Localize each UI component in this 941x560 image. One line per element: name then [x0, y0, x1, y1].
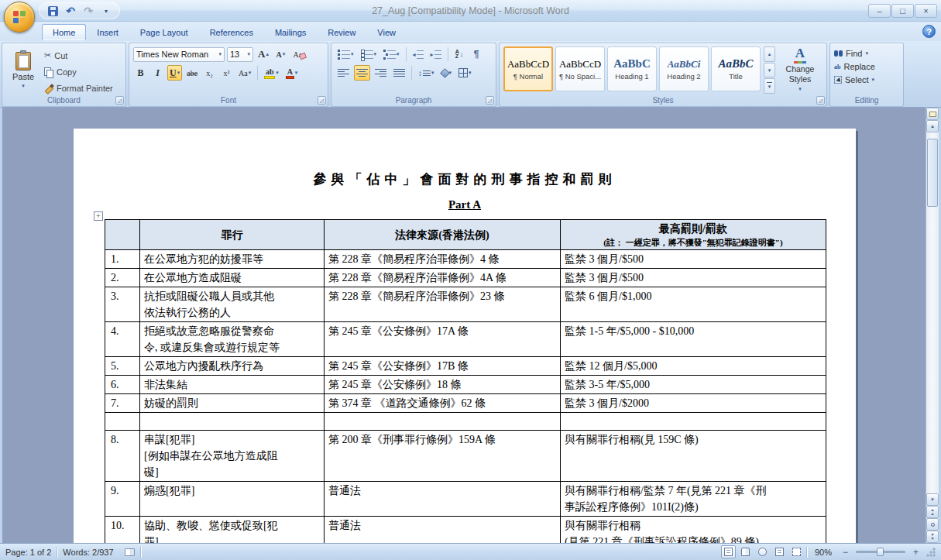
table-cell[interactable]: 6. — [105, 376, 140, 394]
find-button[interactable]: Find ▾ — [834, 49, 900, 58]
help-button[interactable]: ? — [922, 25, 936, 38]
table-cell[interactable]: 監禁 3 個月/$500 — [561, 269, 826, 287]
tab-review[interactable]: Review — [317, 24, 366, 40]
table-cell[interactable]: 第 374 章 《道路交通條例》62 條 — [325, 394, 561, 413]
font-family-combo[interactable]: Times New Roman ▾ — [133, 47, 225, 62]
superscript-button[interactable]: x² — [219, 65, 234, 81]
underline-button[interactable]: U ▾ — [167, 65, 182, 81]
draft-view-button[interactable] — [789, 545, 804, 558]
table-cell[interactable] — [561, 413, 826, 431]
header-source[interactable]: 法律來源(香港法例) — [325, 220, 561, 250]
align-right-button[interactable] — [373, 65, 389, 81]
table-cell[interactable]: 煽惑[犯罪] — [140, 482, 325, 517]
zoom-slider-thumb[interactable] — [877, 548, 884, 556]
tab-view[interactable]: View — [366, 24, 407, 40]
zoom-level-indicator[interactable]: 90% — [809, 548, 837, 557]
table-cell[interactable]: 3. — [105, 287, 140, 322]
format-painter-button[interactable]: Format Painter — [44, 81, 113, 94]
view-ruler-toggle-button[interactable] — [926, 108, 939, 120]
tab-page-layout[interactable]: Page Layout — [129, 24, 199, 40]
shrink-font-button[interactable]: A ▾ — [273, 46, 288, 62]
header-penalty[interactable]: 最高罰則/罰款 (註： 一經定罪，將不獲發"無犯罪記錄證明書") — [561, 220, 826, 250]
font-size-combo[interactable]: 13 ▾ — [227, 47, 253, 62]
office-button[interactable] — [4, 2, 35, 33]
increase-indent-button[interactable]: ▸ — [428, 46, 444, 62]
borders-button[interactable]: ▾ — [456, 65, 474, 81]
font-dialog-launcher[interactable]: ◿ — [318, 96, 326, 105]
decrease-indent-button[interactable]: ◂ — [410, 46, 426, 62]
align-left-button[interactable] — [335, 65, 352, 81]
replace-button[interactable]: ab Replace — [834, 62, 900, 71]
table-cell[interactable]: 第 228 章《簡易程序治罪條例》23 條 — [325, 287, 561, 322]
table-cell[interactable]: 串謀[犯罪] [例如串謀在公眾地方造成阻 礙] — [140, 431, 325, 482]
table-cell[interactable]: 監禁 6 個月/$1,000 — [561, 287, 826, 322]
style-heading-2[interactable]: AaBbCi Heading 2 — [659, 46, 709, 91]
table-cell[interactable]: 第 245 章《公安條例》17A 條 — [325, 322, 561, 357]
justify-button[interactable] — [391, 65, 407, 81]
clear-formatting-button[interactable]: Aa — [290, 46, 305, 62]
styles-gallery-up-button[interactable]: ▴ — [764, 46, 775, 62]
style-normal[interactable]: AaBbCcD ¶ Normal — [503, 46, 553, 91]
sort-button[interactable]: A Z ↓ — [452, 46, 467, 62]
bullets-button[interactable]: ▾ — [335, 46, 356, 62]
change-styles-button[interactable]: A Change Styles ▾ — [778, 46, 822, 94]
table-cell[interactable]: 4. — [105, 322, 140, 357]
text-highlight-button[interactable]: ab ▾ — [262, 65, 281, 81]
align-center-button[interactable] — [354, 65, 370, 81]
style-no-spacing[interactable]: AaBbCcD ¶ No Spaci... — [555, 46, 605, 91]
paragraph-dialog-launcher[interactable]: ◿ — [486, 96, 494, 105]
table-cell[interactable]: 普通法 — [325, 482, 561, 517]
table-cell[interactable]: 第 228 章《簡易程序治罪條例》4 條 — [325, 250, 561, 269]
scroll-up-button[interactable]: ▴ — [926, 120, 939, 132]
document-page[interactable]: 參與「佔中」會面對的刑事指控和罰則 Part A + 罪行 法律來源(香港法例)… — [74, 129, 856, 543]
table-cell[interactable] — [105, 413, 140, 431]
font-color-button[interactable]: A ▾ — [283, 65, 301, 81]
table-cell[interactable]: 公眾地方內擾亂秩序行為 — [140, 357, 325, 376]
strikethrough-button[interactable]: abe — [184, 65, 200, 81]
table-cell[interactable]: 7. — [105, 394, 140, 413]
table-cell[interactable]: 拒絕或故意忽略服從警察命 令, 或違反集會或遊行規定等 — [140, 322, 325, 357]
tab-mailings[interactable]: Mailings — [264, 24, 317, 40]
numbering-button[interactable]: ▾ — [359, 46, 379, 62]
copy-button[interactable]: Copy — [44, 65, 113, 78]
table-cell[interactable]: 在公眾地方犯的妨擾罪等 — [140, 250, 325, 269]
change-case-button[interactable]: Aa ▾ — [236, 65, 253, 81]
select-button[interactable]: Select ▾ — [834, 75, 900, 84]
table-cell[interactable]: 5. — [105, 357, 140, 376]
line-spacing-button[interactable]: ↕ ▾ — [416, 65, 437, 81]
paste-button[interactable]: Paste ▾ — [6, 46, 40, 94]
table-cell[interactable]: 監禁 3 個月/$500 — [561, 250, 826, 269]
zoom-out-button[interactable]: − — [840, 546, 851, 558]
proofing-status-button[interactable] — [119, 544, 140, 560]
styles-gallery-more-button[interactable]: ▾ — [764, 78, 775, 94]
table-cell[interactable]: 10. — [105, 517, 140, 544]
bold-button[interactable]: B — [133, 65, 148, 81]
scrollbar-track[interactable] — [926, 132, 939, 493]
tab-home[interactable]: Home — [42, 24, 86, 40]
select-browse-object-button[interactable] — [926, 518, 939, 531]
table-cell[interactable]: 監禁 1-5 年/$5,000 - $10,000 — [561, 322, 826, 357]
table-cell[interactable]: 8. — [105, 431, 140, 482]
header-offense[interactable]: 罪行 — [140, 220, 325, 250]
table-cell[interactable]: 與有關罪行相稱/監禁 7 年(見第 221 章《刑 事訴訟程序條例》101I(2… — [561, 482, 826, 517]
document-canvas[interactable]: 參與「佔中」會面對的刑事指控和罰則 Part A + 罪行 法律來源(香港法例)… — [2, 108, 926, 543]
table-cell[interactable] — [140, 413, 325, 431]
full-screen-reading-view-button[interactable] — [738, 545, 753, 558]
scrollbar-thumb[interactable] — [927, 139, 938, 207]
grow-font-button[interactable]: A ▴ — [256, 46, 271, 62]
print-layout-view-button[interactable] — [721, 545, 736, 558]
next-page-button[interactable]: ▾▾ — [926, 531, 939, 543]
page-count-indicator[interactable]: Page: 1 of 2 — [0, 544, 57, 560]
word-count-indicator[interactable]: Words: 2/937 — [57, 544, 118, 560]
minimize-button[interactable]: – — [868, 4, 891, 18]
table-cell[interactable]: 第 228 章《簡易程序治罪條例》4A 條 — [325, 269, 561, 287]
outline-view-button[interactable] — [772, 545, 787, 558]
maximize-button[interactable]: □ — [891, 4, 914, 18]
resize-grip[interactable] — [926, 547, 936, 558]
show-paragraph-marks-button[interactable]: ¶ — [469, 46, 484, 62]
document-title[interactable]: 參與「佔中」會面對的刑事指控和罰則 — [74, 170, 856, 188]
table-cell[interactable]: 在公眾地方造成阻礙 — [140, 269, 325, 287]
previous-page-button[interactable]: ▴▴ — [926, 506, 939, 518]
titlebar[interactable]: ↶ ↷ ▾ 27_Aug [Compatibility Mode] - Micr… — [0, 0, 941, 22]
table-cell[interactable]: 第 245 章《公安條例》18 條 — [325, 376, 561, 394]
